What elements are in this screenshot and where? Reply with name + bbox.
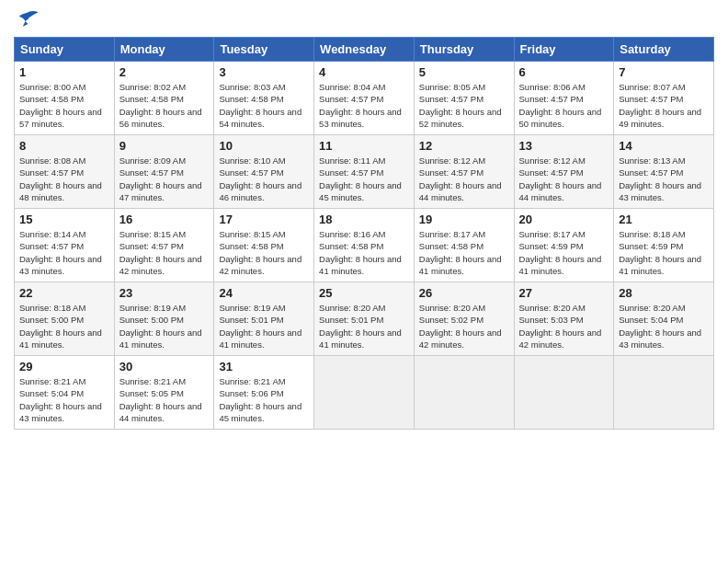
calendar-cell: 28 Sunrise: 8:20 AMSunset: 5:04 PMDaylig… (614, 282, 714, 356)
day-number: 8 (19, 139, 109, 153)
day-number: 22 (19, 286, 109, 300)
calendar-cell: 1 Sunrise: 8:00 AMSunset: 4:58 PMDayligh… (15, 62, 115, 135)
day-info: Sunrise: 8:08 AMSunset: 4:57 PMDaylight:… (19, 155, 109, 203)
logo (14, 9, 43, 29)
calendar-cell (414, 356, 514, 430)
day-number: 19 (419, 213, 509, 226)
calendar-week-1: 1 Sunrise: 8:00 AMSunset: 4:58 PMDayligh… (15, 62, 714, 135)
day-number: 21 (619, 213, 709, 226)
calendar-week-3: 15 Sunrise: 8:14 AMSunset: 4:57 PMDaylig… (15, 209, 714, 282)
day-info: Sunrise: 8:21 AMSunset: 5:05 PMDaylight:… (119, 375, 210, 424)
calendar-cell (514, 356, 614, 430)
day-number: 15 (19, 213, 109, 226)
calendar-cell: 11 Sunrise: 8:11 AMSunset: 4:57 PMDaylig… (314, 135, 415, 209)
calendar-cell: 12 Sunrise: 8:12 AMSunset: 4:57 PMDaylig… (414, 135, 514, 209)
calendar-week-5: 29 Sunrise: 8:21 AMSunset: 5:04 PMDaylig… (15, 356, 714, 430)
day-info: Sunrise: 8:20 AMSunset: 5:01 PMDaylight:… (319, 302, 409, 350)
day-number: 11 (319, 139, 409, 153)
calendar-cell (314, 356, 415, 430)
day-info: Sunrise: 8:18 AMSunset: 4:59 PMDaylight:… (619, 228, 709, 277)
day-info: Sunrise: 8:13 AMSunset: 4:57 PMDaylight:… (619, 155, 709, 203)
calendar-cell: 16 Sunrise: 8:15 AMSunset: 4:57 PMDaylig… (114, 209, 214, 282)
day-number: 3 (219, 65, 309, 79)
calendar-cell: 9 Sunrise: 8:09 AMSunset: 4:57 PMDayligh… (114, 135, 214, 209)
day-number: 10 (219, 139, 309, 153)
day-info: Sunrise: 8:11 AMSunset: 4:57 PMDaylight:… (319, 155, 409, 203)
day-info: Sunrise: 8:00 AMSunset: 4:58 PMDaylight:… (19, 81, 109, 130)
calendar-cell: 5 Sunrise: 8:05 AMSunset: 4:57 PMDayligh… (414, 62, 514, 135)
calendar-header-saturday: Saturday (614, 38, 714, 62)
calendar-header-thursday: Thursday (414, 38, 514, 62)
calendar-header-friday: Friday (514, 38, 614, 62)
day-info: Sunrise: 8:02 AMSunset: 4:58 PMDaylight:… (119, 81, 210, 130)
calendar-cell (614, 356, 714, 430)
day-number: 17 (219, 213, 309, 226)
calendar-cell: 3 Sunrise: 8:03 AMSunset: 4:58 PMDayligh… (214, 62, 314, 135)
day-info: Sunrise: 8:21 AMSunset: 5:06 PMDaylight:… (219, 375, 309, 424)
day-info: Sunrise: 8:04 AMSunset: 4:57 PMDaylight:… (319, 81, 409, 130)
page-header (14, 9, 714, 29)
day-number: 5 (419, 65, 509, 79)
day-number: 24 (219, 286, 309, 300)
page-container: SundayMondayTuesdayWednesdayThursdayFrid… (0, 0, 728, 439)
calendar-cell: 17 Sunrise: 8:15 AMSunset: 4:58 PMDaylig… (214, 209, 314, 282)
day-number: 16 (119, 213, 210, 226)
day-number: 25 (319, 286, 409, 300)
day-number: 2 (119, 65, 210, 79)
calendar-cell: 21 Sunrise: 8:18 AMSunset: 4:59 PMDaylig… (614, 209, 714, 282)
day-info: Sunrise: 8:19 AMSunset: 5:00 PMDaylight:… (119, 302, 210, 350)
day-info: Sunrise: 8:19 AMSunset: 5:01 PMDaylight:… (219, 302, 309, 350)
calendar-cell: 20 Sunrise: 8:17 AMSunset: 4:59 PMDaylig… (514, 209, 614, 282)
calendar-cell: 4 Sunrise: 8:04 AMSunset: 4:57 PMDayligh… (314, 62, 415, 135)
day-info: Sunrise: 8:12 AMSunset: 4:57 PMDaylight:… (419, 155, 509, 203)
day-info: Sunrise: 8:17 AMSunset: 4:58 PMDaylight:… (419, 228, 509, 277)
calendar-cell: 25 Sunrise: 8:20 AMSunset: 5:01 PMDaylig… (314, 282, 415, 356)
day-number: 12 (419, 139, 509, 153)
calendar-cell: 15 Sunrise: 8:14 AMSunset: 4:57 PMDaylig… (15, 209, 115, 282)
day-info: Sunrise: 8:15 AMSunset: 4:57 PMDaylight:… (119, 228, 210, 277)
calendar-cell: 26 Sunrise: 8:20 AMSunset: 5:02 PMDaylig… (414, 282, 514, 356)
calendar-cell: 24 Sunrise: 8:19 AMSunset: 5:01 PMDaylig… (214, 282, 314, 356)
day-number: 18 (319, 213, 409, 226)
day-info: Sunrise: 8:14 AMSunset: 4:57 PMDaylight:… (19, 228, 109, 277)
day-info: Sunrise: 8:10 AMSunset: 4:57 PMDaylight:… (219, 155, 309, 203)
calendar-cell: 19 Sunrise: 8:17 AMSunset: 4:58 PMDaylig… (414, 209, 514, 282)
calendar-cell: 22 Sunrise: 8:18 AMSunset: 5:00 PMDaylig… (15, 282, 115, 356)
calendar-cell: 13 Sunrise: 8:12 AMSunset: 4:57 PMDaylig… (514, 135, 614, 209)
calendar-week-4: 22 Sunrise: 8:18 AMSunset: 5:00 PMDaylig… (15, 282, 714, 356)
day-info: Sunrise: 8:16 AMSunset: 4:58 PMDaylight:… (319, 228, 409, 277)
day-info: Sunrise: 8:05 AMSunset: 4:57 PMDaylight:… (419, 81, 509, 130)
day-number: 20 (519, 213, 609, 226)
calendar-cell: 14 Sunrise: 8:13 AMSunset: 4:57 PMDaylig… (614, 135, 714, 209)
day-info: Sunrise: 8:09 AMSunset: 4:57 PMDaylight:… (119, 155, 210, 203)
calendar-cell: 27 Sunrise: 8:20 AMSunset: 5:03 PMDaylig… (514, 282, 614, 356)
calendar-week-2: 8 Sunrise: 8:08 AMSunset: 4:57 PMDayligh… (15, 135, 714, 209)
calendar-header-sunday: Sunday (15, 38, 115, 62)
day-number: 13 (519, 139, 609, 153)
day-info: Sunrise: 8:20 AMSunset: 5:04 PMDaylight:… (619, 302, 709, 350)
calendar-cell: 23 Sunrise: 8:19 AMSunset: 5:00 PMDaylig… (114, 282, 214, 356)
calendar-header-monday: Monday (114, 38, 214, 62)
calendar-cell: 6 Sunrise: 8:06 AMSunset: 4:57 PMDayligh… (514, 62, 614, 135)
day-number: 26 (419, 286, 509, 300)
day-number: 31 (219, 360, 309, 373)
calendar-cell: 30 Sunrise: 8:21 AMSunset: 5:05 PMDaylig… (114, 356, 214, 430)
day-number: 23 (119, 286, 210, 300)
day-info: Sunrise: 8:20 AMSunset: 5:03 PMDaylight:… (519, 302, 609, 350)
calendar-cell: 10 Sunrise: 8:10 AMSunset: 4:57 PMDaylig… (214, 135, 314, 209)
day-number: 27 (519, 286, 609, 300)
calendar-cell: 29 Sunrise: 8:21 AMSunset: 5:04 PMDaylig… (15, 356, 115, 430)
logo-bird-icon (14, 9, 40, 29)
day-info: Sunrise: 8:06 AMSunset: 4:57 PMDaylight:… (519, 81, 609, 130)
day-info: Sunrise: 8:03 AMSunset: 4:58 PMDaylight:… (219, 81, 309, 130)
day-info: Sunrise: 8:20 AMSunset: 5:02 PMDaylight:… (419, 302, 509, 350)
calendar-header-tuesday: Tuesday (214, 38, 314, 62)
day-number: 7 (619, 65, 709, 79)
calendar-header-wednesday: Wednesday (314, 38, 415, 62)
day-number: 14 (619, 139, 709, 153)
day-info: Sunrise: 8:12 AMSunset: 4:57 PMDaylight:… (519, 155, 609, 203)
day-number: 30 (119, 360, 210, 373)
day-info: Sunrise: 8:21 AMSunset: 5:04 PMDaylight:… (19, 375, 109, 424)
calendar-cell: 7 Sunrise: 8:07 AMSunset: 4:57 PMDayligh… (614, 62, 714, 135)
day-info: Sunrise: 8:17 AMSunset: 4:59 PMDaylight:… (519, 228, 609, 277)
